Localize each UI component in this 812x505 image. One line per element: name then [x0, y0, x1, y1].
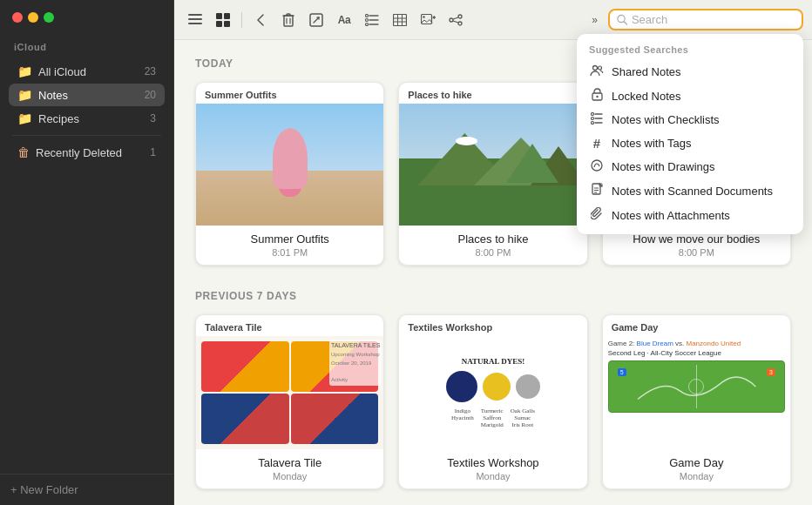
minimize-button[interactable]	[28, 12, 38, 23]
table-button[interactable]	[388, 8, 412, 32]
media-button[interactable]	[416, 8, 440, 32]
dropdown-item-label: Notes with Scanned Documents	[612, 185, 773, 198]
card-header: Textiles Workshop	[399, 315, 586, 336]
dropdown-item-notes-tags[interactable]: # Notes with Tags	[577, 131, 803, 155]
textile-circles	[446, 371, 540, 402]
checklist-button[interactable]	[360, 8, 384, 32]
close-button[interactable]	[12, 12, 23, 23]
card-thumbnail	[399, 104, 586, 226]
new-folder-label: + New Folder	[10, 483, 78, 496]
textiles-image: NATURAL DYES! IndigoHyacinth TurmericSaf…	[399, 336, 586, 449]
folder-icon: 📁	[17, 64, 32, 78]
card-time: Monday	[610, 471, 783, 481]
svg-point-12	[366, 14, 369, 17]
sidebar-item-count: 3	[150, 112, 156, 125]
search-input[interactable]	[632, 13, 795, 26]
compose-button[interactable]	[304, 8, 328, 32]
window-controls	[0, 0, 173, 30]
note-card-talavera-tile[interactable]: Talavera Tile TALAVERA TILES Upcoming Wo…	[195, 314, 384, 489]
card-header: Talavera Tile	[196, 315, 383, 336]
svg-point-27	[450, 18, 453, 22]
note-card-places-to-hike[interactable]: Places to hike	[398, 82, 587, 266]
card-thumbnail	[196, 104, 383, 226]
summer-outfits-image	[196, 104, 383, 226]
svg-point-42	[592, 122, 594, 125]
scanned-docs-icon	[589, 183, 605, 199]
svg-point-34	[593, 66, 598, 71]
svg-rect-2	[188, 23, 202, 24]
svg-line-33	[624, 22, 626, 24]
grid-view-button[interactable]	[211, 8, 235, 32]
card-footer: Summer Outfits 8:01 PM	[196, 226, 383, 265]
sidebar-item-label: Recently Deleted	[36, 146, 122, 159]
dropdown-item-locked-notes[interactable]: Locked Notes	[577, 84, 803, 108]
hike-image	[399, 104, 586, 226]
svg-rect-4	[224, 13, 230, 19]
card-footer: Game Day Monday	[603, 449, 790, 488]
svg-line-30	[453, 17, 458, 19]
sidebar-item-recently-deleted[interactable]: 🗑 Recently Deleted 1	[9, 141, 165, 164]
sidebar-item-notes[interactable]: 📁 Notes 20	[9, 84, 165, 106]
tile-square-3	[201, 394, 289, 444]
back-button[interactable]	[248, 8, 273, 32]
talavera-text-overlay: TALAVERA TILES Upcoming WorkshopOctober …	[329, 340, 382, 386]
delete-button[interactable]	[276, 8, 301, 32]
note-card-game-day[interactable]: Game Day Game 2: Blue Dream vs. Manzondo…	[602, 314, 791, 489]
sidebar-item-label: Notes	[38, 89, 68, 102]
svg-rect-3	[216, 13, 222, 19]
dropdown-item-notes-drawings[interactable]: Notes with Drawings	[577, 155, 803, 178]
dropdown-item-label: Locked Notes	[612, 90, 681, 103]
card-thumbnail: NATURAL DYES! IndigoHyacinth TurmericSaf…	[399, 336, 586, 449]
svg-rect-6	[224, 21, 230, 27]
note-card-summer-outfits[interactable]: Summer Outfits	[195, 82, 384, 266]
dropdown-item-label: Notes with Attachments	[612, 209, 730, 222]
more-button[interactable]: »	[592, 14, 598, 26]
textile-circle-gray	[516, 374, 540, 399]
dropdown-item-notes-scanned[interactable]: Notes with Scanned Documents	[577, 178, 803, 203]
gameday-image: Game 2: Blue Dream vs. Manzondo United S…	[603, 336, 790, 449]
svg-rect-0	[188, 14, 202, 16]
list-view-button[interactable]	[183, 8, 207, 32]
sidebar-item-count: 1	[150, 146, 156, 158]
previous-notes-grid: Talavera Tile TALAVERA TILES Upcoming Wo…	[195, 314, 791, 489]
card-footer: Textiles Workshop Monday	[399, 449, 586, 488]
toolbar-separator	[241, 12, 242, 28]
trash-icon: 🗑	[17, 145, 30, 159]
svg-point-16	[366, 23, 369, 25]
svg-point-28	[458, 15, 462, 18]
svg-line-31	[453, 21, 458, 23]
card-title: Textiles Workshop	[406, 456, 579, 469]
dropdown-item-notes-attachments[interactable]: Notes with Attachments	[577, 203, 803, 227]
card-thumbnail: Game 2: Blue Dream vs. Manzondo United S…	[603, 336, 790, 449]
svg-point-38	[592, 113, 594, 116]
dropdown-item-shared-notes[interactable]: Shared Notes	[577, 60, 803, 84]
svg-point-29	[458, 22, 462, 25]
card-title: Summer Outfits	[203, 232, 376, 246]
svg-point-35	[599, 66, 602, 70]
card-header: Summer Outfits	[196, 83, 383, 104]
fullscreen-button[interactable]	[44, 12, 54, 23]
card-time: Monday	[203, 471, 376, 481]
tile-square-4	[291, 394, 379, 444]
card-footer: Places to hike 8:00 PM	[399, 226, 586, 265]
note-card-textiles-workshop[interactable]: Textiles Workshop NATURAL DYES! IndigoHy…	[398, 314, 587, 489]
format-button[interactable]: Aa	[332, 8, 356, 32]
sidebar-folders: 📁 All iCloud 23 📁 Notes 20 📁 Recipes 3 🗑…	[0, 59, 173, 165]
sidebar-item-all-icloud[interactable]: 📁 All iCloud 23	[9, 60, 165, 83]
card-header: Places to hike	[399, 83, 586, 104]
svg-point-44	[592, 160, 602, 171]
sidebar-item-count: 20	[145, 89, 156, 101]
textile-title-text: NATURAL DYES!	[462, 357, 525, 366]
svg-rect-18	[394, 14, 407, 25]
main-content: Aa	[174, 0, 812, 505]
textile-circle-yellow	[483, 373, 511, 401]
new-folder-button[interactable]: + New Folder	[10, 483, 163, 496]
toolbar: Aa	[174, 0, 812, 40]
share-button[interactable]	[443, 8, 468, 32]
card-title: Talavera Tile	[203, 456, 376, 469]
svg-point-24	[423, 16, 424, 17]
search-icon	[617, 14, 627, 25]
sidebar-footer: + New Folder	[0, 474, 173, 505]
sidebar-item-recipes[interactable]: 📁 Recipes 3	[9, 107, 165, 130]
dropdown-item-notes-checklists[interactable]: Notes with Checklists	[577, 108, 803, 131]
